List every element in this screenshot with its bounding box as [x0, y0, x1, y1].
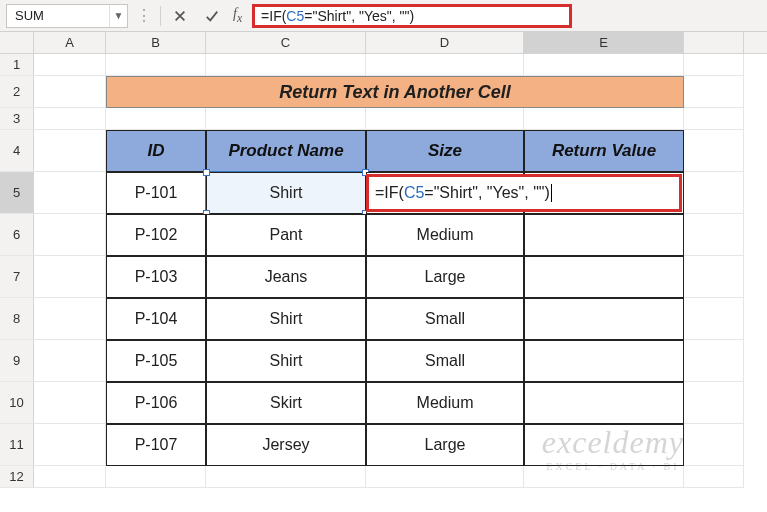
- td-size[interactable]: Large: [366, 424, 524, 466]
- cell[interactable]: [206, 108, 366, 130]
- cell[interactable]: [106, 54, 206, 76]
- td-size[interactable]: Small: [366, 298, 524, 340]
- cell[interactable]: [34, 256, 106, 298]
- cell[interactable]: [684, 298, 744, 340]
- selection-handle-icon[interactable]: [203, 169, 210, 176]
- cell[interactable]: [34, 298, 106, 340]
- th-product[interactable]: Product Name: [206, 130, 366, 172]
- col-header-E[interactable]: E: [524, 32, 684, 53]
- col-header-ghost[interactable]: [684, 32, 744, 53]
- td-size[interactable]: Medium: [366, 214, 524, 256]
- title-cell[interactable]: Return Text in Another Cell: [106, 76, 684, 108]
- row-header[interactable]: 7: [0, 256, 34, 298]
- column-headers: A B C D E: [0, 32, 767, 54]
- row-header[interactable]: 2: [0, 76, 34, 108]
- td-retval[interactable]: [524, 256, 684, 298]
- td-product-editing[interactable]: Shirt: [206, 172, 366, 214]
- td-id[interactable]: P-105: [106, 340, 206, 382]
- td-id[interactable]: P-107: [106, 424, 206, 466]
- td-id[interactable]: P-103: [106, 256, 206, 298]
- cancel-button[interactable]: [167, 4, 193, 28]
- cell[interactable]: [524, 108, 684, 130]
- td-id[interactable]: P-104: [106, 298, 206, 340]
- cell-text: Medium: [417, 226, 474, 244]
- td-retval[interactable]: [524, 382, 684, 424]
- td-retval[interactable]: [524, 214, 684, 256]
- cell[interactable]: [34, 382, 106, 424]
- cell[interactable]: [684, 214, 744, 256]
- cell[interactable]: [684, 172, 744, 214]
- col-header-C[interactable]: C: [206, 32, 366, 53]
- name-box-dropdown-icon[interactable]: ▼: [109, 5, 127, 27]
- enter-button[interactable]: [199, 4, 225, 28]
- cell[interactable]: [34, 214, 106, 256]
- cell[interactable]: [684, 424, 744, 466]
- cell[interactable]: [206, 466, 366, 488]
- cell[interactable]: [366, 466, 524, 488]
- cell[interactable]: [34, 54, 106, 76]
- td-product[interactable]: Shirt: [206, 298, 366, 340]
- row-header[interactable]: 6: [0, 214, 34, 256]
- cell-text: Large: [425, 268, 466, 286]
- cell[interactable]: [206, 54, 366, 76]
- row-header[interactable]: 1: [0, 54, 34, 76]
- td-retval[interactable]: [524, 340, 684, 382]
- td-id[interactable]: P-101: [106, 172, 206, 214]
- row-header[interactable]: 5: [0, 172, 34, 214]
- cell[interactable]: [34, 340, 106, 382]
- td-retval[interactable]: [524, 298, 684, 340]
- cell[interactable]: [366, 54, 524, 76]
- cell[interactable]: [684, 76, 744, 108]
- row-header[interactable]: 10: [0, 382, 34, 424]
- cell[interactable]: [684, 340, 744, 382]
- name-box[interactable]: SUM ▼: [6, 4, 128, 28]
- cell[interactable]: [34, 76, 106, 108]
- td-size[interactable]: Small: [366, 340, 524, 382]
- th-size[interactable]: Size: [366, 130, 524, 172]
- td-id[interactable]: P-106: [106, 382, 206, 424]
- th-retval[interactable]: Return Value: [524, 130, 684, 172]
- row-header[interactable]: 11: [0, 424, 34, 466]
- td-product[interactable]: Jeans: [206, 256, 366, 298]
- cell[interactable]: [524, 54, 684, 76]
- col-header-B[interactable]: B: [106, 32, 206, 53]
- td-size[interactable]: Large: [366, 256, 524, 298]
- col-header-A[interactable]: A: [34, 32, 106, 53]
- in-cell-formula-editor[interactable]: =IF(C5="Shirt", "Yes", ""): [366, 174, 682, 212]
- watermark-line1: exceldemy: [542, 424, 684, 461]
- td-product[interactable]: Jersey: [206, 424, 366, 466]
- row-header[interactable]: 12: [0, 466, 34, 488]
- formula-prefix: =IF(: [261, 8, 286, 24]
- cell[interactable]: [684, 256, 744, 298]
- cell[interactable]: [684, 382, 744, 424]
- cell[interactable]: [684, 466, 744, 488]
- cell[interactable]: [366, 108, 524, 130]
- select-all-corner[interactable]: [0, 32, 34, 53]
- cell[interactable]: [34, 424, 106, 466]
- cell[interactable]: [34, 172, 106, 214]
- td-product[interactable]: Skirt: [206, 382, 366, 424]
- row-header[interactable]: 3: [0, 108, 34, 130]
- cell[interactable]: [106, 466, 206, 488]
- row-header[interactable]: 8: [0, 298, 34, 340]
- row-header[interactable]: 9: [0, 340, 34, 382]
- cell[interactable]: [34, 130, 106, 172]
- formula-ref: C5: [286, 8, 304, 24]
- td-product[interactable]: Pant: [206, 214, 366, 256]
- cell[interactable]: [34, 108, 106, 130]
- row-header[interactable]: 4: [0, 130, 34, 172]
- cell[interactable]: [684, 54, 744, 76]
- title-text: Return Text in Another Cell: [279, 82, 511, 103]
- formula-bar-input[interactable]: =IF(C5="Shirt", "Yes", ""): [252, 4, 572, 28]
- col-header-D[interactable]: D: [366, 32, 524, 53]
- fx-icon[interactable]: fx: [231, 6, 246, 25]
- td-size[interactable]: Medium: [366, 382, 524, 424]
- cell[interactable]: [106, 108, 206, 130]
- cell[interactable]: [684, 130, 744, 172]
- td-product[interactable]: Shirt: [206, 340, 366, 382]
- x-icon: [173, 9, 187, 23]
- th-id[interactable]: ID: [106, 130, 206, 172]
- cell[interactable]: [34, 466, 106, 488]
- td-id[interactable]: P-102: [106, 214, 206, 256]
- cell[interactable]: [684, 108, 744, 130]
